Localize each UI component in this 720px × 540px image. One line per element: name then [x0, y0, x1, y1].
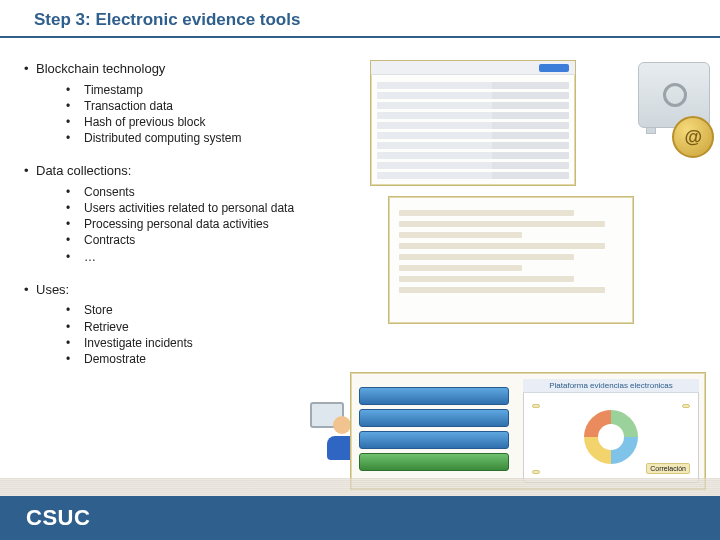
- list-item: Investigate incidents: [84, 335, 193, 351]
- title-underline: [0, 36, 720, 38]
- section-items-data: •Consents •Users activities related to p…: [66, 184, 404, 265]
- coin-glyph: @: [684, 127, 702, 148]
- cycle-icon: [584, 410, 638, 464]
- list-item: Processing personal data activities: [84, 216, 269, 232]
- slide: Step 3: Electronic evidence tools •Block…: [0, 0, 720, 540]
- diagram-platform-panel: Plataforma evidencias electronicas Corre…: [523, 379, 699, 483]
- diagram-panel-title: Plataforma evidencias electronicas: [523, 379, 699, 393]
- illustration-table-screenshot: [370, 60, 576, 186]
- diagram-tag-correlation: Correlación: [646, 463, 690, 474]
- section-items-uses: •Store •Retrieve •Investigate incidents …: [66, 302, 404, 367]
- list-item: Users activities related to personal dat…: [84, 200, 294, 216]
- heading-text: Blockchain technology: [36, 61, 165, 76]
- list-item: Consents: [84, 184, 135, 200]
- list-item: Contracts: [84, 232, 135, 248]
- diagram-servers: [359, 383, 509, 475]
- csuc-logo: CSUC: [26, 505, 90, 531]
- heading-text: Uses:: [36, 282, 69, 297]
- list-item: Transaction data: [84, 98, 173, 114]
- heading-text: Data collections:: [36, 163, 131, 178]
- architecture-diagram: Plataforma evidencias electronicas Corre…: [350, 372, 706, 490]
- footer-bar: CSUC: [0, 496, 720, 540]
- list-item: …: [84, 249, 96, 265]
- section-items-blockchain: •Timestamp •Transaction data •Hash of pr…: [66, 82, 404, 147]
- diagram-tag: [532, 404, 540, 408]
- content-area: •Blockchain technology •Timestamp •Trans…: [24, 54, 404, 367]
- list-item: Distributed computing system: [84, 130, 241, 146]
- footer-texture: [0, 478, 720, 496]
- list-item: Store: [84, 302, 113, 318]
- list-item: Demostrate: [84, 351, 146, 367]
- diagram-tag: [532, 470, 540, 474]
- list-item: Hash of previous block: [84, 114, 205, 130]
- list-item: Retrieve: [84, 319, 129, 335]
- logo-text: CSUC: [26, 505, 90, 531]
- illustration-form-screenshot: [388, 196, 634, 324]
- slide-title: Step 3: Electronic evidence tools: [34, 10, 300, 30]
- section-heading-data: •Data collections:: [24, 162, 404, 180]
- coin-at-icon: @: [672, 116, 714, 158]
- section-heading-uses: •Uses:: [24, 281, 404, 299]
- section-heading-blockchain: •Blockchain technology: [24, 60, 404, 78]
- diagram-tag: [682, 404, 690, 408]
- list-item: Timestamp: [84, 82, 143, 98]
